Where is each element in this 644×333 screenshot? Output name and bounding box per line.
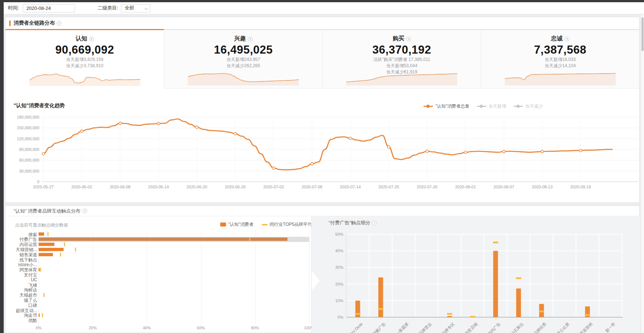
paid-detail-bar[interactable] — [378, 278, 383, 317]
paid-detail-bar[interactable] — [516, 289, 521, 317]
top5-average-tick — [75, 247, 76, 251]
y-axis-tick: 120,000,000 — [17, 137, 39, 141]
touchpoint-card: "认知" 消费者品牌互动触点分布 ? 点击后可显示触点细分数据 "认知"消费者同… — [5, 206, 640, 333]
top5-average-tick — [470, 316, 475, 318]
x-axis-tick: 2020-08-19 — [570, 185, 591, 189]
category-label[interactable]: 优酷 — [8, 318, 37, 324]
category-label[interactable]: 品牌专区 — [441, 322, 455, 333]
data-point-marker[interactable] — [272, 167, 275, 169]
top5-average-tick — [43, 293, 44, 297]
category-label[interactable]: 品牌雷达 — [418, 322, 433, 333]
category-label[interactable]: 优酷广告 — [372, 322, 387, 333]
category-label[interactable]: 钻石展位 — [509, 322, 524, 333]
data-point-marker[interactable] — [119, 122, 121, 124]
x-axis-tick: 80% — [251, 326, 259, 330]
help-icon[interactable]: ? — [248, 37, 253, 41]
top5-average-tick — [64, 242, 65, 246]
touchpoint-bar[interactable] — [39, 314, 40, 317]
top5-average-tick — [539, 311, 544, 312]
data-point-marker[interactable] — [80, 130, 83, 133]
top5-average-tick — [493, 242, 498, 243]
data-point-marker[interactable] — [349, 137, 352, 140]
help-icon[interactable]: ? — [406, 37, 411, 41]
funnel-section-header: 消费者全链路分布 ? — [6, 17, 61, 29]
category-label[interactable]: Uni Desk — [349, 322, 364, 333]
touchpoint-bar[interactable] — [39, 268, 40, 271]
x-axis-tick: 2020-07-20 — [378, 185, 399, 189]
consumer-analytics-dashboard: 时间: 二级类目: 全部 消费者全链路分布 ? 认知?90,669,092当天新… — [0, 0, 644, 333]
y-axis-tick: 90,000,000 — [19, 147, 39, 152]
tab-label: 忠诚? — [481, 35, 639, 43]
scrollbar-thumb[interactable] — [641, 17, 644, 51]
category-label[interactable]: 新一带 — [604, 322, 616, 333]
help-icon[interactable]: ? — [57, 21, 61, 26]
data-point-marker[interactable] — [42, 152, 45, 155]
top5-average-tick — [378, 308, 383, 310]
top5-average-tick — [40, 268, 41, 272]
tab-sub-line: 当天减少14,104 — [481, 63, 639, 69]
paid-detail-bar[interactable] — [493, 251, 498, 317]
x-axis-tick: 2020-08-13 — [532, 185, 552, 189]
top5-average-tick — [355, 313, 361, 315]
category-label[interactable]: 淘内广告 — [486, 322, 501, 333]
funnel-tab-1[interactable]: 兴趣?16,495,025当天新增243,957当天减少262,265 — [164, 29, 322, 88]
section-accent-bar — [9, 21, 11, 26]
tab-label: 兴趣? — [164, 35, 322, 43]
data-point-marker[interactable] — [502, 150, 505, 153]
top5-average-tick — [249, 237, 250, 241]
x-axis-tick: 2020-06-20 — [186, 185, 207, 189]
data-point-marker[interactable] — [579, 149, 582, 152]
tab-total-value: 16,495,025 — [164, 43, 322, 57]
touchpoint-bar[interactable] — [39, 253, 53, 256]
tab-label: 购买? — [323, 35, 481, 43]
funnel-tab-3[interactable]: 忠诚?7,387,568当天新增18,033当天减少14,104 — [481, 29, 639, 88]
tab-sub-line: 当天新增243,957 — [164, 57, 322, 63]
tab-total-value: 90,669,092 — [6, 43, 164, 57]
page-scrollbar[interactable] — [640, 14, 644, 333]
funnel-tab-2[interactable]: 购买?36,370,192活跃"购买"消费者 17,385,011当天新增53,… — [322, 29, 481, 88]
paid-detail-bar[interactable] — [447, 316, 452, 317]
data-point-marker[interactable] — [234, 132, 237, 135]
data-point-marker[interactable] — [387, 146, 390, 148]
category-label[interactable]: 明星店铺 — [464, 322, 479, 333]
time-filter-label: 时间: — [8, 5, 19, 11]
data-point-marker[interactable] — [196, 126, 198, 129]
paid-detail-title: "付费广告"触点细分 — [329, 220, 370, 226]
category-select[interactable]: 全部 — [121, 4, 150, 12]
x-axis-tick: 2020-07-14 — [340, 185, 361, 189]
help-icon[interactable]: ? — [372, 221, 377, 225]
data-point-marker[interactable] — [157, 122, 160, 125]
x-axis-tick: 60% — [197, 326, 205, 330]
funnel-tab-0[interactable]: 认知?90,669,092当天新增3,829,159当天减少3,738,910 — [6, 29, 164, 88]
tab-sparkline — [186, 71, 300, 86]
funnel-card: 消费者全链路分布 ? 认知?90,669,092当天新增3,829,159当天减… — [5, 17, 640, 203]
x-axis-tick: 2020-06-02 — [71, 185, 92, 189]
touchpoint-bar[interactable] — [39, 248, 64, 251]
touchpoint-bar-chart: 0%20%40%60%80%100%搜索付费广告内容运营天猫营销...销售渠道线… — [6, 206, 311, 333]
data-point-marker[interactable] — [464, 151, 467, 153]
category-label[interactable]: 一夜霸屏 — [395, 322, 409, 333]
category-filter-label: 二级类目: — [98, 5, 118, 11]
date-input[interactable] — [23, 4, 75, 12]
x-axis-tick: 2020-08-01 — [455, 185, 476, 189]
paid-detail-header: "付费广告"触点细分 ? — [329, 220, 377, 226]
category-select-value: 全部 — [125, 5, 134, 11]
category-label[interactable]: UC — [8, 277, 37, 282]
x-axis-tick: 2020-07-02 — [263, 185, 284, 189]
data-point-marker[interactable] — [541, 150, 544, 153]
x-axis-tick: 2020-06-08 — [110, 185, 130, 189]
y-axis-tick: 180,000,000 — [17, 115, 39, 119]
data-point-marker[interactable] — [311, 163, 313, 165]
help-icon[interactable]: ? — [565, 37, 569, 41]
tab-sub-line: 当天减少3,738,910 — [6, 63, 164, 69]
y-axis-tick: 50% — [335, 232, 343, 236]
help-icon[interactable]: ? — [89, 37, 94, 41]
category-label[interactable]: 品牌特秀 — [533, 322, 547, 333]
category-label[interactable]: 全渠道营销 — [576, 322, 593, 333]
grid-line — [255, 230, 255, 324]
data-point-marker[interactable] — [426, 150, 429, 152]
touchpoint-bar[interactable] — [39, 243, 54, 246]
touchpoint-bar[interactable] — [39, 232, 44, 236]
y-axis-tick: 60,000,000 — [19, 158, 39, 162]
category-label[interactable]: 超级公众屏 — [553, 322, 570, 333]
